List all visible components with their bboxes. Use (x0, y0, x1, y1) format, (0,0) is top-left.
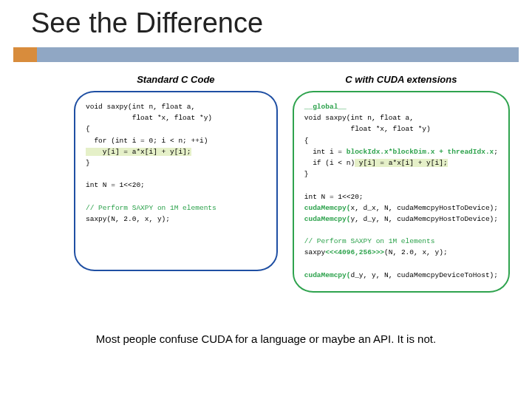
code-line: y, d_y, N, cudaMemcpyHostToDevice); (350, 215, 498, 223)
header-accent-tab (13, 47, 37, 62)
code-keyword-global: __global__ (304, 103, 347, 111)
code-line: if (i < n) (304, 159, 355, 167)
code-line: int N = 1<<20; (86, 181, 145, 189)
code-line: for (int i = 0; i < n; ++i) (86, 137, 208, 145)
code-line: (N, 2.0, x, y); (384, 248, 448, 256)
code-line: float *x, float *y) (304, 125, 431, 133)
code-line: saxpy(N, 2.0, x, y); (86, 215, 170, 223)
code-box-cuda: __global__ void saxpy(int n, float a, fl… (293, 91, 510, 293)
slide-title: See the Difference (31, 7, 263, 39)
code-line: float *x, float *y) (86, 114, 212, 122)
code-launch-config: <<<4096,256>>> (325, 248, 384, 256)
column-standard-c: Standard C Code void saxpy(int n, float … (74, 74, 278, 293)
code-comment: // Perform SAXPY on 1M elements (86, 204, 216, 212)
code-cuda-call: cudaMemcpy( (304, 215, 351, 223)
code-line: void saxpy(int n, float a, (86, 103, 195, 111)
code-line: d_y, y, N, cudaMemcpyDeviceToHost); (350, 271, 498, 279)
code-line: int N = 1<<20; (304, 193, 364, 201)
code-line: ; (494, 148, 498, 156)
code-line: y[i] = a*x[i] + y[i]; (86, 148, 191, 156)
code-line: { (86, 125, 90, 133)
code-line: saxpy (304, 248, 326, 256)
code-line: void saxpy(int n, float a, (304, 114, 414, 122)
code-box-standard-c: void saxpy(int n, float a, float *x, flo… (74, 91, 278, 271)
code-line: y[i] = a*x[i] + y[i]; (355, 159, 447, 167)
column-header-left: Standard C Code (74, 74, 278, 85)
code-comment: // Perform SAXPY on 1M elements (304, 237, 435, 245)
column-header-right: C with CUDA extensions (293, 74, 510, 85)
code-cuda-call: cudaMemcpy( (304, 204, 351, 212)
header-rule (13, 47, 519, 62)
code-cuda-builtin: blockIdx.x*blockDim.x + threadIdx.x (347, 148, 494, 156)
code-line: x, d_x, N, cudaMemcpyHostToDevice); (350, 204, 498, 212)
code-line: { (304, 137, 309, 145)
code-line: int i = (304, 148, 347, 156)
footer-caption: Most people confuse CUDA for a language … (0, 332, 532, 345)
code-line: } (86, 159, 90, 167)
column-cuda: C with CUDA extensions __global__ void s… (293, 74, 510, 293)
code-line: } (304, 170, 309, 178)
slide: See the Difference Standard C Code void … (0, 0, 532, 399)
code-cuda-call: cudaMemcpy( (304, 271, 351, 279)
columns: Standard C Code void saxpy(int n, float … (74, 74, 510, 293)
